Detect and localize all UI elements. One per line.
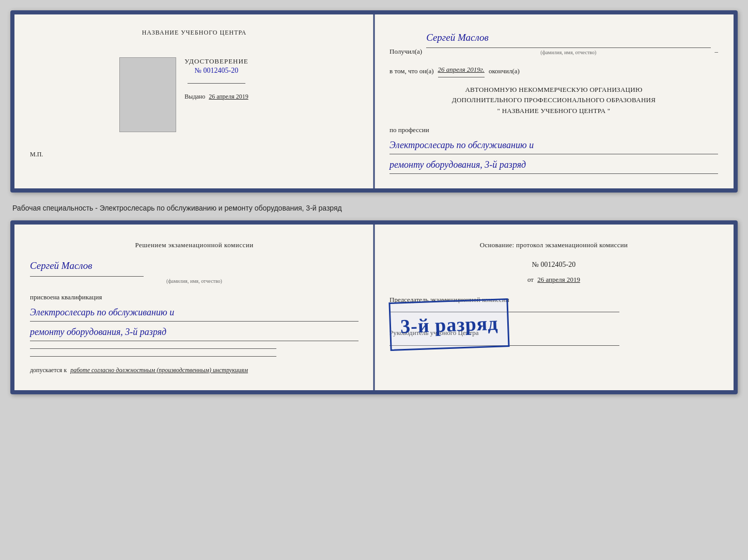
top-cert-left: НАЗВАНИЕ УЧЕБНОГО ЦЕНТРА УДОСТОВЕРЕНИЕ №… bbox=[14, 14, 374, 188]
page-wrapper: НАЗВАНИЕ УЧЕБНОГО ЦЕНТРА УДОСТОВЕРЕНИЕ №… bbox=[10, 10, 738, 394]
poluchil-label: Получил(а) bbox=[389, 45, 422, 57]
left-main-content: УДОСТОВЕРЕНИЕ № 0012405-20 Выдано 26 апр… bbox=[184, 57, 248, 132]
left-content-area: УДОСТОВЕРЕНИЕ № 0012405-20 Выдано 26 апр… bbox=[140, 57, 248, 132]
vtom-date: 26 апреля 2019г. bbox=[438, 63, 485, 77]
dash-top: – bbox=[715, 45, 719, 57]
poluchil-name-block: Сергей Маслов (фамилия, имя, отчество) bbox=[426, 29, 710, 57]
prisvoena-label: присвоена квалификация bbox=[30, 291, 359, 303]
vydano-label: Выдано bbox=[184, 93, 205, 100]
school-name-top: НАЗВАНИЕ УЧЕБНОГО ЦЕНТРА bbox=[142, 29, 247, 37]
vydano-line: Выдано 26 апреля 2019 bbox=[184, 93, 248, 101]
num-line-bottom: № 0012405-20 bbox=[389, 258, 718, 271]
vydano-date: 26 апреля 2019 bbox=[209, 93, 248, 100]
org-block: АВТОНОМНУЮ НЕКОММЕРЧЕСКУЮ ОРГАНИЗАЦИЮ ДО… bbox=[389, 85, 718, 117]
top-certificate: НАЗВАНИЕ УЧЕБНОГО ЦЕНТРА УДОСТОВЕРЕНИЕ №… bbox=[10, 10, 738, 193]
bottom-cert-left: Решением экзаменационной комиссии Сергей… bbox=[14, 225, 374, 390]
vtom-block: в том, что он(а) 26 апреля 2019г. окончи… bbox=[389, 63, 718, 77]
sig-lines-left bbox=[30, 348, 359, 357]
dopuskaetsya-block: допускается к работе согласно должностны… bbox=[30, 365, 359, 376]
fio-sub-bottom: (фамилия, имя, отчество) bbox=[30, 277, 359, 286]
cert-number-top: № 0012405-20 bbox=[184, 67, 248, 75]
profession-top1: Электрослесарь по обслуживанию и bbox=[389, 138, 718, 154]
udostoverenie-block: УДОСТОВЕРЕНИЕ № 0012405-20 bbox=[184, 57, 248, 75]
ot-label: от bbox=[527, 276, 534, 283]
bottom-certificate: Решением экзаменационной комиссии Сергей… bbox=[10, 220, 738, 394]
udostoverenie-label: УДОСТОВЕРЕНИЕ bbox=[184, 57, 248, 66]
org-line1: АВТОНОМНУЮ НЕКОММЕРЧЕСКУЮ ОРГАНИЗАЦИЮ bbox=[389, 85, 718, 95]
bottom-cert-right: Основание: протокол экзаменационной коми… bbox=[374, 225, 734, 390]
stamp-text: 3-й разряд bbox=[400, 305, 499, 344]
divider-mid bbox=[188, 83, 245, 84]
person-name: Сергей Маслов bbox=[30, 257, 144, 276]
dopusk-value: работе согласно должностным (производств… bbox=[70, 366, 248, 374]
caption-text: Рабочая специальность - Электрослесарь п… bbox=[10, 201, 738, 212]
fio-sub-top: (фамилия, имя, отчество) bbox=[426, 48, 710, 57]
vtom-label: в том, что он(а) bbox=[389, 65, 434, 77]
org-line2: ДОПОЛНИТЕЛЬНОГО ПРОФЕССИОНАЛЬНОГО ОБРАЗО… bbox=[389, 95, 718, 106]
sig-line-2 bbox=[30, 356, 276, 357]
osnovanie-label: Основание: протокол экзаменационной коми… bbox=[389, 239, 718, 251]
qualification1: Электрослесарь по обслуживанию и bbox=[30, 305, 359, 322]
photo-placeholder bbox=[119, 57, 176, 132]
poluchil-name: Сергей Маслов bbox=[426, 29, 710, 48]
sig-line-1 bbox=[30, 348, 276, 349]
stamp: 3-й разряд bbox=[388, 298, 510, 351]
resheniem-label: Решением экзаменационной комиссии bbox=[30, 239, 359, 251]
dopuskaetsya-label: допускается к bbox=[30, 366, 67, 374]
poluchil-block: Получил(а) Сергей Маслов (фамилия, имя, … bbox=[389, 29, 718, 57]
po-professii-label: по профессии bbox=[389, 124, 718, 136]
top-cert-right: Получил(а) Сергей Маслов (фамилия, имя, … bbox=[374, 14, 734, 188]
profession-top2: ремонту оборудования, 3-й разряд bbox=[389, 157, 718, 174]
org-name: " НАЗВАНИЕ УЧЕБНОГО ЦЕНТРА " bbox=[389, 106, 718, 117]
okonchil-label: окончил(а) bbox=[489, 65, 520, 77]
date-line-bottom: от 26 апреля 2019 bbox=[389, 274, 718, 285]
qualification2: ремонту оборудования, 3-й разряд bbox=[30, 325, 359, 341]
ot-date: 26 апреля 2019 bbox=[537, 276, 580, 283]
person-name-block: Сергей Маслов (фамилия, имя, отчество) bbox=[30, 257, 359, 285]
mp-label: М.П. bbox=[30, 151, 43, 158]
